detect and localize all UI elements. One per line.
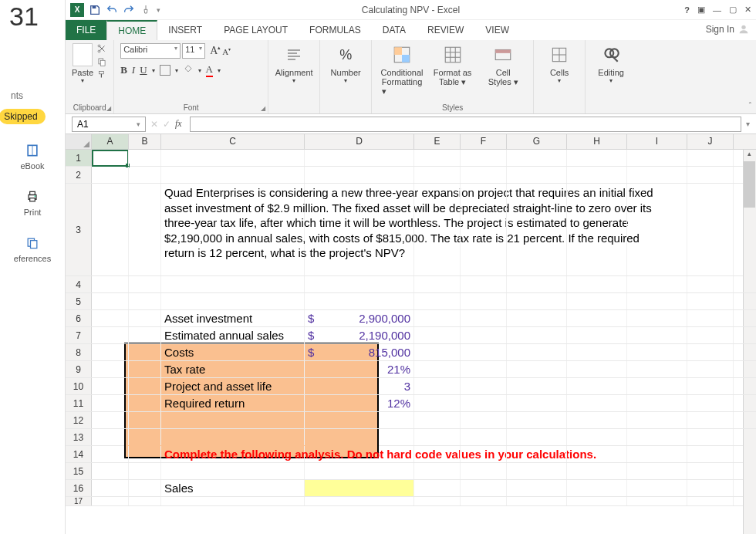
cell-g3[interactable] <box>507 184 567 275</box>
cell-i15[interactable] <box>627 463 687 479</box>
cell-a6[interactable] <box>92 310 129 326</box>
row-header-5[interactable]: 5 <box>66 293 92 309</box>
sidebar-item-ebook[interactable]: eBook <box>20 143 44 171</box>
cell-c8[interactable]: Costs <box>161 344 305 360</box>
bold-button[interactable]: B <box>120 64 127 76</box>
cell-g10[interactable] <box>507 378 567 394</box>
cell-d8[interactable]: $815,000 <box>305 344 414 360</box>
cell-c17[interactable] <box>161 497 305 505</box>
cell-f16[interactable] <box>461 480 507 496</box>
cell-h11[interactable] <box>567 395 627 411</box>
cell-b2[interactable] <box>129 167 161 183</box>
cell-b14[interactable] <box>129 446 161 462</box>
cell-i2[interactable] <box>627 167 687 183</box>
cell-e7[interactable] <box>414 327 461 343</box>
format-as-table-button[interactable]: Format as Table ▾ <box>434 43 472 87</box>
cell-b7[interactable] <box>129 327 161 343</box>
paste-button[interactable]: Paste ▾ <box>72 43 93 84</box>
cell-d10[interactable]: 3 <box>305 378 414 394</box>
cell-d14[interactable] <box>305 446 414 462</box>
cell-g9[interactable] <box>507 361 567 377</box>
formula-input[interactable] <box>190 117 741 132</box>
cell-c10[interactable]: Project and asset life <box>161 378 305 394</box>
cell-f14[interactable] <box>461 446 507 462</box>
cell-h3[interactable] <box>567 184 627 275</box>
cell-f12[interactable] <box>461 412 507 428</box>
row-header-17[interactable]: 17 <box>66 497 92 505</box>
col-header-i[interactable]: I <box>627 134 687 149</box>
cell-g8[interactable] <box>507 344 567 360</box>
tab-page-layout[interactable]: PAGE LAYOUT <box>213 20 299 40</box>
cell-f13[interactable] <box>461 429 507 445</box>
row-header-3[interactable]: 3 <box>66 184 92 275</box>
cell-a14[interactable] <box>92 446 129 462</box>
cell-d16[interactable] <box>305 480 414 496</box>
cell-e3[interactable] <box>414 184 461 275</box>
cell-f6[interactable] <box>461 310 507 326</box>
row-header-8[interactable]: 8 <box>66 344 92 360</box>
cell-b3[interactable] <box>129 184 161 275</box>
touch-mode-icon[interactable] <box>140 4 152 16</box>
cell-b12[interactable] <box>129 412 161 428</box>
cell-h5[interactable] <box>567 293 627 309</box>
fill-color-button[interactable] <box>183 64 194 76</box>
cell-a7[interactable] <box>92 327 129 343</box>
cell-j5[interactable] <box>687 293 734 309</box>
conditional-formatting-button[interactable]: Conditional Formatting ▾ <box>383 43 421 96</box>
cell-h17[interactable] <box>567 497 627 505</box>
cell-h2[interactable] <box>567 167 627 183</box>
font-name-selector[interactable]: Calibri▾ <box>120 43 181 59</box>
cell-styles-button[interactable]: Cell Styles ▾ <box>484 43 522 87</box>
cell-b10[interactable] <box>129 378 161 394</box>
cell-e2[interactable] <box>414 167 461 183</box>
cell-h9[interactable] <box>567 361 627 377</box>
increase-font-icon[interactable]: A▴ <box>210 45 221 57</box>
cell-c16[interactable]: Sales <box>161 480 305 496</box>
italic-button[interactable]: I <box>132 64 135 76</box>
cell-g1[interactable] <box>507 150 567 166</box>
cell-c4[interactable] <box>161 276 305 292</box>
cell-a1[interactable] <box>92 150 129 166</box>
cell-g4[interactable] <box>507 276 567 292</box>
cell-e14[interactable] <box>414 446 461 462</box>
cell-e13[interactable] <box>414 429 461 445</box>
cell-a12[interactable] <box>92 412 129 428</box>
cell-j6[interactable] <box>687 310 734 326</box>
cell-i14[interactable] <box>627 446 687 462</box>
cell-f10[interactable] <box>461 378 507 394</box>
scroll-up-icon[interactable]: ▴ <box>744 150 755 161</box>
cell-i8[interactable] <box>627 344 687 360</box>
cell-d13[interactable] <box>305 429 414 445</box>
cell-c13[interactable] <box>161 429 305 445</box>
editing-button[interactable]: Editing▾ <box>592 43 630 84</box>
cell-e1[interactable] <box>414 150 461 166</box>
cell-g2[interactable] <box>507 167 567 183</box>
cell-f17[interactable] <box>461 497 507 505</box>
cell-c1[interactable] <box>161 150 305 166</box>
cell-h16[interactable] <box>567 480 627 496</box>
alignment-button[interactable]: Alignment▾ <box>275 43 313 84</box>
cell-g6[interactable] <box>507 310 567 326</box>
cell-f2[interactable] <box>461 167 507 183</box>
tab-home[interactable]: HOME <box>106 20 157 40</box>
cell-e12[interactable] <box>414 412 461 428</box>
format-painter-icon[interactable] <box>96 69 107 80</box>
cell-i4[interactable] <box>627 276 687 292</box>
cell-j4[interactable] <box>687 276 734 292</box>
cell-c15[interactable] <box>161 463 305 479</box>
cell-b17[interactable] <box>129 497 161 505</box>
cell-i5[interactable] <box>627 293 687 309</box>
cell-h15[interactable] <box>567 463 627 479</box>
cell-d12[interactable] <box>305 412 414 428</box>
ribbon-display-icon[interactable]: ▣ <box>697 5 705 15</box>
row-header-11[interactable]: 11 <box>66 395 92 411</box>
col-header-d[interactable]: D <box>305 134 414 149</box>
cell-j13[interactable] <box>687 429 734 445</box>
row-header-14[interactable]: 14 <box>66 446 92 462</box>
save-icon[interactable] <box>89 4 101 16</box>
cell-a11[interactable] <box>92 395 129 411</box>
cell-a16[interactable] <box>92 480 129 496</box>
clipboard-launcher-icon[interactable]: ◢ <box>106 105 111 112</box>
cell-d6[interactable]: $2,900,000 <box>305 310 414 326</box>
font-color-button[interactable]: A <box>206 63 213 77</box>
